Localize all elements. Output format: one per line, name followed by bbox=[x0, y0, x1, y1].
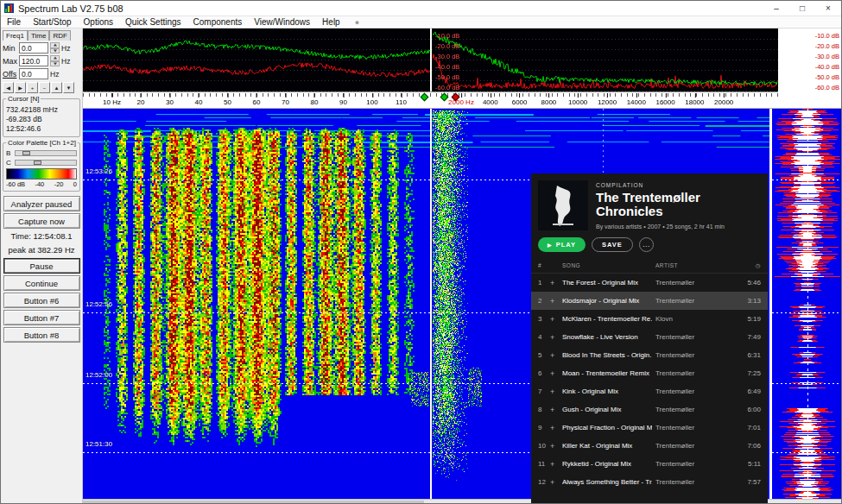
track-artist[interactable]: Trentemøller bbox=[652, 279, 738, 287]
ruler-label: 110 bbox=[396, 98, 407, 106]
track-artist[interactable]: Trentemøller bbox=[652, 442, 738, 450]
brightness-slider[interactable] bbox=[15, 150, 77, 156]
track-row[interactable]: 5 + Blood In The Streets - Origin... Tre… bbox=[531, 346, 768, 364]
menu-start-stop[interactable]: Start/Stop bbox=[27, 17, 77, 27]
track-title[interactable]: McKlaren - Trentemoeller Re... bbox=[562, 315, 652, 323]
track-artist[interactable]: Trentemøller bbox=[652, 351, 738, 359]
menu-components[interactable]: Components bbox=[187, 17, 249, 27]
menu-quick-settings[interactable]: Quick Settings bbox=[119, 17, 187, 27]
ruler-ticks bbox=[83, 93, 778, 97]
minimize-icon[interactable]: – bbox=[763, 1, 789, 16]
play-button[interactable]: ▶ PLAY bbox=[538, 237, 586, 252]
track-artist[interactable]: Trentemøller bbox=[652, 297, 738, 305]
track-row[interactable]: 3 + McKlaren - Trentemoeller Re... Klovn… bbox=[531, 310, 768, 328]
add-track-icon[interactable]: + bbox=[550, 279, 562, 287]
track-title[interactable]: The Forest - Original Mix bbox=[562, 279, 652, 287]
add-track-icon[interactable]: + bbox=[550, 424, 562, 432]
track-title[interactable]: Always Something Better - Tr... bbox=[562, 478, 652, 486]
freq-nav-button-4[interactable]: ▲ bbox=[51, 82, 62, 93]
offset-frequency-input[interactable]: 0.0 bbox=[19, 68, 48, 79]
max-frequency-input[interactable]: 120.0 bbox=[19, 55, 48, 66]
track-row[interactable]: 11 + Rykketid - Original Mix Trentemølle… bbox=[531, 455, 768, 473]
freq-nav-button-2[interactable]: + bbox=[27, 82, 38, 93]
add-track-icon[interactable]: + bbox=[550, 315, 562, 324]
tab-time[interactable]: Time bbox=[28, 30, 49, 41]
track-title[interactable]: Blood In The Streets - Origin... bbox=[562, 351, 652, 359]
add-track-icon[interactable]: + bbox=[550, 333, 562, 342]
track-title[interactable]: Killer Kat - Original Mix bbox=[562, 442, 652, 450]
track-artist[interactable]: Trentemøller bbox=[652, 333, 738, 341]
db-scale-label: -30.0 dB bbox=[815, 53, 839, 60]
track-artist[interactable]: Trentemøller bbox=[652, 478, 738, 486]
brightness-slider-thumb[interactable] bbox=[22, 151, 30, 155]
add-track-icon[interactable]: + bbox=[550, 406, 562, 414]
track-artist[interactable]: Trentemøller bbox=[652, 369, 738, 377]
sidebar-button-capture-now[interactable]: Capture now bbox=[3, 213, 80, 229]
freq-nav-button-0[interactable]: ◀ bbox=[3, 82, 14, 93]
track-row[interactable]: 2 + Klodsmajor - Original Mix Trentemøll… bbox=[531, 292, 768, 310]
sidebar-button-button-8[interactable]: Button #8 bbox=[3, 327, 80, 343]
strip-canvas[interactable] bbox=[772, 109, 842, 499]
add-track-icon[interactable]: + bbox=[550, 460, 562, 469]
tab-rdf[interactable]: RDF bbox=[49, 30, 70, 41]
track-row[interactable]: 12 + Always Something Better - Tr... Tre… bbox=[531, 473, 768, 491]
track-duration: 3:13 bbox=[738, 297, 761, 305]
track-row[interactable]: 9 + Physical Fraction - Original Mix Tre… bbox=[531, 419, 768, 437]
track-artist[interactable]: Trentemøller bbox=[652, 460, 738, 468]
track-title[interactable]: Rykketid - Original Mix bbox=[562, 460, 652, 468]
offset-frequency-label[interactable]: Offs bbox=[3, 70, 17, 79]
min-frequency-input[interactable]: 0.0 bbox=[19, 42, 48, 54]
spectrum-graph[interactable]: -10.0 dB-20.0 dB-30.0 dB-40.0 dB-50.0 dB… bbox=[83, 28, 778, 91]
track-row[interactable]: 8 + Gush - Original Mix Trentemøller 6:0… bbox=[531, 400, 768, 419]
freq-nav-button-3[interactable]: − bbox=[39, 82, 50, 93]
track-row[interactable]: 6 + Moan - Trentemoeller Remix Trentemøl… bbox=[531, 364, 768, 382]
freq-nav-button-1[interactable]: ▶ bbox=[15, 82, 26, 93]
spin-down-icon[interactable] bbox=[50, 48, 60, 54]
title-bar[interactable]: Spectrum Lab V2.75 b08 – □ × bbox=[1, 1, 841, 16]
menu-help[interactable]: Help bbox=[316, 17, 346, 27]
contrast-slider[interactable] bbox=[15, 160, 77, 166]
track-row[interactable]: 10 + Killer Kat - Original Mix Trentemøl… bbox=[531, 437, 768, 455]
track-artist[interactable]: Trentemøller bbox=[652, 424, 738, 432]
add-track-icon[interactable]: + bbox=[550, 387, 562, 396]
sidebar-button-continue[interactable]: Continue bbox=[3, 275, 80, 291]
track-row[interactable]: 4 + Snowflake - Live Version Trentemølle… bbox=[531, 328, 768, 346]
spin-down-icon[interactable] bbox=[50, 61, 60, 67]
track-title[interactable]: Kink - Original Mix bbox=[562, 387, 652, 395]
add-track-icon[interactable]: + bbox=[550, 297, 562, 306]
track-title[interactable]: Gush - Original Mix bbox=[562, 406, 652, 413]
track-title[interactable]: Klodsmajor - Original Mix bbox=[562, 297, 652, 305]
track-row[interactable]: 1 + The Forest - Original Mix Trentemøll… bbox=[531, 274, 768, 292]
add-track-icon[interactable]: + bbox=[550, 442, 562, 450]
contrast-slider-thumb[interactable] bbox=[34, 161, 41, 165]
sidebar-button-button-6[interactable]: Button #6 bbox=[3, 293, 80, 308]
track-row[interactable]: 7 + Kink - Original Mix Trentemøller 6:4… bbox=[531, 382, 768, 400]
freq-nav-button-5[interactable]: ▼ bbox=[63, 82, 74, 93]
close-icon[interactable]: × bbox=[815, 1, 841, 16]
maximize-icon[interactable]: □ bbox=[789, 1, 815, 16]
menu-view-windows[interactable]: View/Windows bbox=[248, 17, 316, 27]
track-artist[interactable]: Trentemøller bbox=[652, 406, 738, 413]
sidebar-button-pause[interactable]: Pause bbox=[3, 258, 80, 274]
track-artist[interactable]: Klovn bbox=[652, 315, 738, 323]
color-palette-gradient[interactable] bbox=[6, 168, 77, 180]
menu-file[interactable]: File bbox=[1, 17, 27, 27]
save-button[interactable]: SAVE bbox=[592, 237, 633, 252]
tab-freq1[interactable]: Freq1 bbox=[3, 30, 28, 41]
sidebar-button-analyzer-paused[interactable]: Analyzer paused bbox=[3, 196, 80, 211]
more-options-button[interactable]: … bbox=[639, 237, 654, 252]
menu-options[interactable]: Options bbox=[78, 17, 119, 27]
add-track-icon[interactable]: + bbox=[550, 351, 562, 360]
right-waterfall-strip[interactable] bbox=[772, 109, 842, 499]
sidebar-button-button-7[interactable]: Button #7 bbox=[3, 310, 80, 325]
scrollbar-thumb[interactable] bbox=[83, 501, 424, 504]
add-track-icon[interactable]: + bbox=[550, 478, 562, 487]
track-title[interactable]: Moan - Trentemoeller Remix bbox=[562, 369, 652, 377]
spectrum-canvas[interactable] bbox=[83, 28, 778, 91]
frequency-ruler[interactable]: 10 Hz20304050607080901001102000 Hz400060… bbox=[83, 91, 778, 109]
album-art[interactable] bbox=[538, 180, 588, 230]
track-title[interactable]: Snowflake - Live Version bbox=[562, 333, 652, 341]
track-artist[interactable]: Trentemøller bbox=[652, 387, 738, 395]
track-title[interactable]: Physical Fraction - Original Mix bbox=[562, 424, 652, 432]
add-track-icon[interactable]: + bbox=[550, 369, 562, 378]
